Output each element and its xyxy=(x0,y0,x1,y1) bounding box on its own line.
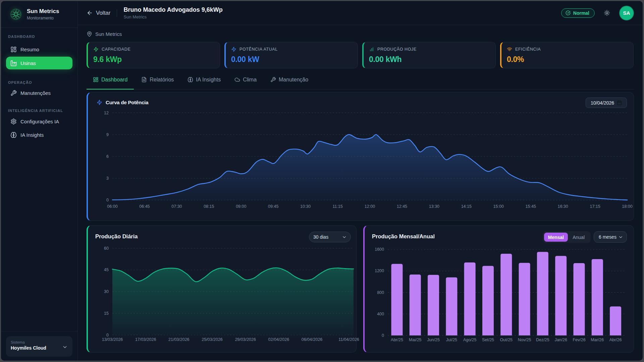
svg-text:11/04/2026: 11/04/2026 xyxy=(338,337,359,342)
svg-text:1600: 1600 xyxy=(375,247,384,252)
svg-text:30: 30 xyxy=(104,289,109,294)
svg-text:14:15: 14:15 xyxy=(461,204,472,209)
svg-text:1200: 1200 xyxy=(375,268,384,273)
svg-text:15:45: 15:45 xyxy=(526,204,536,209)
svg-text:06/04/2026: 06/04/2026 xyxy=(302,337,323,342)
svg-text:800: 800 xyxy=(377,290,384,295)
svg-text:Fev/26: Fev/26 xyxy=(573,338,585,342)
svg-text:Set/25: Set/25 xyxy=(482,338,494,342)
svg-text:13:30: 13:30 xyxy=(429,204,439,209)
svg-text:Abr/25: Abr/25 xyxy=(391,338,403,342)
svg-text:Abr/26: Abr/26 xyxy=(609,338,622,342)
svg-text:06:45: 06:45 xyxy=(139,204,150,209)
svg-text:0: 0 xyxy=(106,198,109,202)
svg-text:15:00: 15:00 xyxy=(493,204,504,209)
svg-text:0: 0 xyxy=(382,333,384,338)
svg-text:Ago/25: Ago/25 xyxy=(463,338,477,342)
svg-text:12: 12 xyxy=(104,111,109,115)
svg-text:Mai/25: Mai/25 xyxy=(409,338,422,342)
svg-text:02/04/2026: 02/04/2026 xyxy=(268,337,289,342)
svg-text:09:45: 09:45 xyxy=(268,204,278,209)
svg-text:3: 3 xyxy=(106,176,109,181)
svg-text:Jun/25: Jun/25 xyxy=(427,338,440,342)
svg-text:21/03/2026: 21/03/2026 xyxy=(168,337,190,342)
svg-text:25/03/2026: 25/03/2026 xyxy=(202,337,223,342)
svg-text:17/03/2026: 17/03/2026 xyxy=(135,337,156,342)
svg-text:06:00: 06:00 xyxy=(107,204,117,209)
svg-text:11:15: 11:15 xyxy=(332,204,342,209)
svg-text:6: 6 xyxy=(106,154,109,159)
svg-text:18:00: 18:00 xyxy=(622,204,632,209)
svg-text:0: 0 xyxy=(106,333,109,338)
svg-text:Mar/26: Mar/26 xyxy=(591,338,604,342)
svg-text:16:30: 16:30 xyxy=(557,204,568,209)
svg-text:60: 60 xyxy=(104,246,109,251)
svg-text:12:45: 12:45 xyxy=(397,204,407,209)
svg-text:07:30: 07:30 xyxy=(171,204,182,209)
svg-text:09:00: 09:00 xyxy=(236,204,246,209)
svg-text:Out/25: Out/25 xyxy=(500,338,513,342)
svg-text:Dez/25: Dez/25 xyxy=(536,338,549,342)
svg-text:12:00: 12:00 xyxy=(365,204,375,209)
svg-text:10:30: 10:30 xyxy=(300,204,311,209)
svg-text:Nov/25: Nov/25 xyxy=(518,338,531,342)
svg-text:9: 9 xyxy=(106,132,109,137)
svg-text:29/03/2026: 29/03/2026 xyxy=(235,337,256,342)
svg-text:Jul/25: Jul/25 xyxy=(446,338,457,342)
svg-text:400: 400 xyxy=(377,312,384,316)
svg-text:Jan/26: Jan/26 xyxy=(554,338,567,342)
svg-text:15: 15 xyxy=(104,311,109,316)
svg-text:08:15: 08:15 xyxy=(204,204,214,209)
svg-text:17:15: 17:15 xyxy=(590,204,600,209)
svg-text:13/03/2026: 13/03/2026 xyxy=(102,337,123,342)
svg-text:45: 45 xyxy=(104,267,109,272)
